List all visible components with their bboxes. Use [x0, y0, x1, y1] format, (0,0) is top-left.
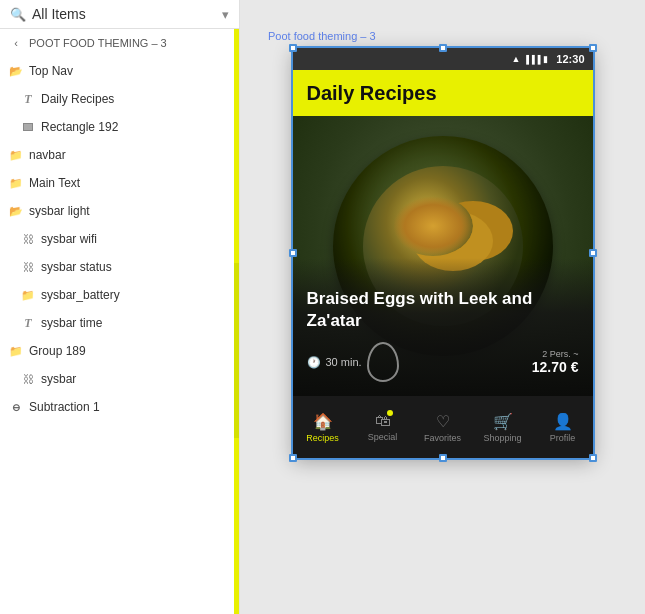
rect-icon [20, 119, 36, 135]
layer-item-top-nav[interactable]: 📂 Top Nav [0, 57, 239, 85]
folder-icon: 📁 [8, 343, 24, 359]
price-label: 12.70 € [532, 359, 579, 375]
status-bar: ▲ ▐▐▐ ▮ 12:30 [293, 48, 593, 70]
nav-label-shopping: Shopping [483, 433, 521, 443]
layers-panel: 🔍 All Items ▾ ‹ POOT FOOD THEMING – 3 📂 … [0, 0, 240, 614]
layer-label: Daily Recipes [41, 92, 114, 106]
recipe-overlay: Braised Eggs with Leek and Za'atar 🕐 30 … [293, 258, 593, 396]
status-icons: ▲ ▐▐▐ ▮ [511, 54, 548, 64]
search-title: All Items [32, 6, 216, 22]
back-nav[interactable]: ‹ POOT FOOD THEMING – 3 [0, 29, 239, 57]
layer-item-subtraction-1[interactable]: ⊖ Subtraction 1 [0, 393, 239, 421]
recipe-title: Braised Eggs with Leek and Za'atar [307, 288, 579, 332]
clock-icon: 🕐 [307, 356, 321, 369]
nav-item-special[interactable]: 🛍 Special [353, 406, 413, 448]
text-icon: T [20, 91, 36, 107]
home-icon: 🏠 [313, 412, 333, 431]
folder-icon: 📁 [8, 175, 24, 191]
layer-list: ‹ POOT FOOD THEMING – 3 📂 Top Nav T Dail… [0, 29, 239, 614]
layer-item-sysbar-status[interactable]: ⛓ sysbar status [0, 253, 239, 281]
cart-icon: 🛒 [493, 412, 513, 431]
badge-dot [387, 410, 393, 416]
special-badge: 🛍 [375, 412, 391, 430]
nav-item-recipes[interactable]: 🏠 Recipes [293, 406, 353, 449]
component-icon: ⛓ [20, 231, 36, 247]
layer-label: navbar [29, 148, 66, 162]
recipe-meta: 🕐 30 min. 2 Pers. ~ 12.70 € [307, 342, 579, 382]
egg-icon [367, 342, 399, 382]
layer-label: Main Text [29, 176, 80, 190]
layer-label: sysbar light [29, 204, 90, 218]
folder-open-icon: 📂 [8, 203, 24, 219]
top-bar: Daily Recipes [293, 70, 593, 116]
time-label: 30 min. [326, 356, 362, 368]
servings-label: 2 Pers. ~ [532, 349, 579, 359]
chevron-down-icon[interactable]: ▾ [222, 7, 229, 22]
scroll-accent [234, 29, 239, 614]
search-bar[interactable]: 🔍 All Items ▾ [0, 0, 239, 29]
component-icon: ⛓ [20, 371, 36, 387]
nav-label-profile: Profile [550, 433, 576, 443]
nav-item-favorites[interactable]: ♡ Favorites [413, 406, 473, 449]
canvas-area: Poot food theming – 3 ▲ ▐▐▐ ▮ 12:30 [240, 0, 645, 614]
subtraction-icon: ⊖ [8, 399, 24, 415]
layer-item-sysbar-wifi[interactable]: ⛓ sysbar wifi [0, 225, 239, 253]
layer-label: Rectangle 192 [41, 120, 118, 134]
recipe-price-area: 2 Pers. ~ 12.70 € [532, 349, 579, 375]
nav-label-favorites: Favorites [424, 433, 461, 443]
folder-icon: 📁 [20, 287, 36, 303]
layer-label: sysbar wifi [41, 232, 97, 246]
bottom-nav: 🏠 Recipes 🛍 Special ♡ Favorites 🛒 Sh [293, 396, 593, 458]
layer-label: Subtraction 1 [29, 400, 100, 414]
search-icon: 🔍 [10, 6, 26, 22]
layer-label: sysbar status [41, 260, 112, 274]
layer-item-sysbar-light[interactable]: 📂 sysbar light [0, 197, 239, 225]
battery-icon: ▮ [543, 54, 548, 64]
component-icon: ⛓ [20, 259, 36, 275]
layer-label: sysbar time [41, 316, 102, 330]
heart-icon: ♡ [436, 412, 450, 431]
layer-item-main-text[interactable]: 📁 Main Text [0, 169, 239, 197]
layer-item-navbar[interactable]: 📁 navbar [0, 141, 239, 169]
layer-item-sysbar[interactable]: ⛓ sysbar [0, 365, 239, 393]
frame-label: Poot food theming – 3 [268, 30, 376, 42]
top-bar-title: Daily Recipes [307, 82, 437, 105]
phone-frame: ▲ ▐▐▐ ▮ 12:30 Daily Recipes Braised Eggs… [293, 48, 593, 458]
layer-label: sysbar [41, 372, 76, 386]
back-label: POOT FOOD THEMING – 3 [29, 37, 167, 49]
nav-label-special: Special [368, 432, 398, 442]
status-time: 12:30 [556, 53, 584, 65]
layer-item-daily-recipes[interactable]: T Daily Recipes [0, 85, 239, 113]
nav-item-profile[interactable]: 👤 Profile [533, 406, 593, 449]
layer-item-sysbar-time[interactable]: T sysbar time [0, 309, 239, 337]
layer-label: sysbar_battery [41, 288, 120, 302]
recipe-time: 🕐 30 min. [307, 342, 407, 382]
layer-label: Top Nav [29, 64, 73, 78]
back-icon: ‹ [8, 35, 24, 51]
wifi-icon: ▲ [511, 54, 520, 64]
nav-item-shopping[interactable]: 🛒 Shopping [473, 406, 533, 449]
profile-icon: 👤 [553, 412, 573, 431]
hero-image-area: Braised Eggs with Leek and Za'atar 🕐 30 … [293, 116, 593, 396]
layer-item-sysbar-battery[interactable]: 📁 sysbar_battery [0, 281, 239, 309]
layer-label: Group 189 [29, 344, 86, 358]
text-icon: T [20, 315, 36, 331]
layer-item-rectangle-192[interactable]: Rectangle 192 [0, 113, 239, 141]
layer-item-group-189[interactable]: 📁 Group 189 [0, 337, 239, 365]
signal-icon: ▐▐▐ [523, 55, 540, 64]
phone-screen: ▲ ▐▐▐ ▮ 12:30 Daily Recipes Braised Eggs… [293, 48, 593, 458]
folder-icon: 📁 [8, 147, 24, 163]
nav-label-recipes: Recipes [306, 433, 339, 443]
folder-open-icon: 📂 [8, 63, 24, 79]
